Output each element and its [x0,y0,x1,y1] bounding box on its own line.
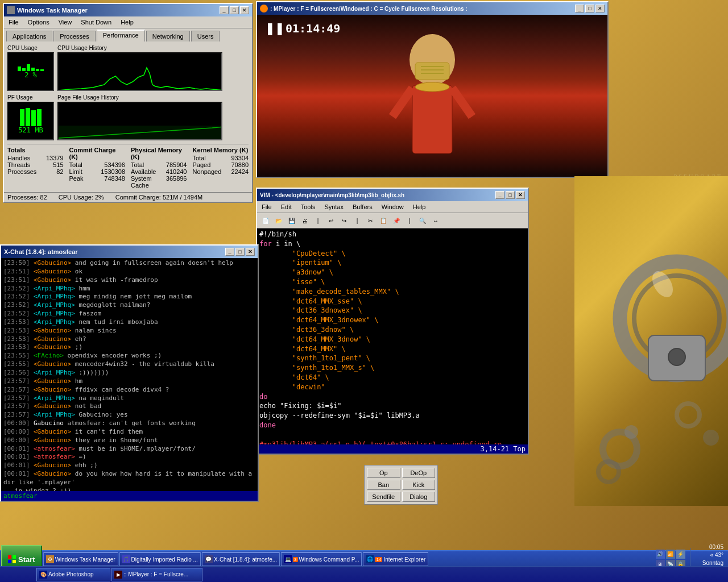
totals-panel: Totals Handles 13379 Threads 515 Process… [7,147,64,189]
taskbar-radio-label: Digitally Imported Radio ... [131,556,198,563]
vim-minimize[interactable]: _ [495,191,504,199]
vim-maximize[interactable]: □ [506,191,515,199]
taskbar-photoshop[interactable]: 🎨 Adobe Photoshop [36,568,110,581]
vim-tb-find[interactable]: 🔍 [416,214,429,227]
physical-total-row: Total 785904 [131,161,187,168]
taskbar-ie[interactable]: 🌐 14 Internet Explorer [363,552,428,566]
physical-syscache-label: System Cache [131,175,166,189]
irc-msg-4: [23:52] <Arpi_MPhq> hmm [3,285,255,293]
irc-dialog-button[interactable]: Dialog [402,492,436,502]
irc-maximize[interactable]: □ [235,248,245,256]
vim-menu-help[interactable]: Help [408,202,431,211]
irc-deop-button[interactable]: DeOp [402,468,436,478]
vim-tb-cut[interactable]: ✂ [364,214,377,227]
vim-tb-new[interactable]: 📄 [259,214,272,227]
maximize-button[interactable]: □ [230,6,239,14]
irc-minimize[interactable]: _ [225,248,234,256]
irc-msg-13: [23:55] <Gabucino> mencoder4win32 - the … [3,360,255,369]
taskbar-radio[interactable]: 🎵 Digitally Imported Radio ... [119,552,201,566]
taskbar-xchat[interactable]: 💬 X-Chat [1.8.4]: atmosfe... [202,552,280,566]
close-button[interactable]: ✕ [240,6,249,14]
menu-shutdown[interactable]: Shut Down [76,18,116,27]
physical-syscache-row: System Cache 365896 [131,175,187,189]
irc-msg-22: [00:00] <Gabucino> they are in $home/fon… [3,436,255,445]
performance-content: CPU Usage 2 % CPU Usage History [4,41,252,192]
menu-options[interactable]: Options [23,18,54,27]
irc-msg-26: [00:01] <Gabucino> do you know how hard … [3,470,255,487]
taskbar-task-manager-label: Windows Task Manager [55,556,115,563]
vim-tb-print[interactable]: 🖨 [299,214,311,227]
vim-tb-paste[interactable]: 📌 [390,214,403,227]
vim-tb-replace[interactable]: ↔ [429,214,442,227]
irc-close[interactable]: ✕ [246,248,255,256]
mplayer-minimize[interactable]: _ [575,5,584,13]
irc-ban-button[interactable]: Ban [367,480,400,490]
vim-line-9: "dct36_3dnowex" \ [259,306,526,315]
tab-processes[interactable]: Processes [53,31,95,41]
task-manager-statusbar: Processes: 82 CPU Usage: 2% Commit Charg… [4,192,252,202]
pf-bar-4 [37,109,42,126]
mplayer-titlebar-left: : MPlayer : F = Fullscreen/Windowed : C … [260,5,468,13]
irc-sendfile-button[interactable]: Sendfile [367,492,400,502]
commit-total-row: Total 534396 [69,161,126,168]
irc-op-button[interactable]: Op [367,468,400,478]
tab-applications[interactable]: Applications [6,31,52,41]
physical-available-value: 410240 [166,168,187,175]
vim-close[interactable]: ✕ [516,191,525,199]
vim-line-1: #!/bin/sh [259,230,526,239]
kernel-paged-value: 70880 [231,161,249,168]
tray-icon-3[interactable]: ⚡ [676,550,685,559]
vim-menu-buffers[interactable]: Buffers [348,202,377,211]
pf-history-panel: Page File Usage History [57,94,249,140]
mplayer-maximize[interactable]: □ [585,5,594,13]
cpu-history-panel: CPU Usage History [57,45,249,91]
vim-titlebar-buttons: _ □ ✕ [495,191,525,199]
svg-rect-3 [412,85,452,153]
svg-line-5 [452,88,472,117]
vim-tb-save[interactable]: 💾 [286,214,298,227]
mplayer-pause-icon[interactable]: ❚❚ [265,22,284,35]
kernel-nonpaged-value: 22424 [231,168,249,175]
menu-view[interactable]: View [54,18,77,27]
vim-menu-file[interactable]: File [257,202,276,211]
taskbar-mplayer-taskbar[interactable]: ▶ :: MPlayer : F = Fullscre... [111,568,202,581]
vim-tb-redo[interactable]: ↪ [338,214,350,227]
tab-performance[interactable]: Performance [97,30,145,41]
taskbar-mplayer-label: :: MPlayer : F = Fullscre... [123,571,188,577]
cpu-percentage: 2 % [24,71,37,79]
irc-kick-button[interactable]: Kick [402,480,436,490]
pf-bar-3 [31,110,36,126]
mplayer-time-display: 01:14:49 [286,22,340,35]
tab-networking[interactable]: Networking [146,31,190,41]
irc-msg-23: [00:01] <atmosfear> must be in $HOME/.mp… [3,445,255,454]
mplayer-close[interactable]: ✕ [595,5,605,13]
svg-point-18 [677,404,700,426]
kernel-nonpaged-row: Nonpaged 22424 [193,168,249,175]
vim-editor-content[interactable]: #!/bin/sh for i in \ "CpuDetect" \ "ipen… [257,228,528,444]
vim-menu-syntax[interactable]: Syntax [320,202,348,211]
vim-line-16: "dct64" \ [259,373,526,383]
xchat-taskbar-icon: 💬 [205,555,213,563]
status-cpu: CPU Usage: 2% [59,194,104,201]
vim-tb-copy[interactable]: 📋 [377,214,390,227]
svg-rect-0 [59,126,222,140]
taskbar-task-manager[interactable]: ⚙ Windows Task Manager [43,552,118,566]
tray-icon-1[interactable]: 🔊 [656,550,665,559]
vim-tb-open[interactable]: 📂 [272,214,285,227]
kernel-total-label: Total [193,155,206,161]
vim-menu-window[interactable]: Window [377,202,408,211]
pf-bars [20,108,42,126]
vim-tb-undo[interactable]: ↩ [325,214,337,227]
tab-users[interactable]: Users [191,31,220,41]
menu-help[interactable]: Help [116,18,138,27]
irc-msg-7: [23:52] <Arpi_MPhq> faszom [3,310,255,318]
cmd-taskbar-icon: 💻 [284,555,292,563]
vim-menu-edit[interactable]: Edit [276,202,296,211]
taskbar-ie-label: Internet Explorer [383,556,425,563]
tray-icon-2[interactable]: 📶 [666,550,675,559]
vim-menu-tools[interactable]: Tools [296,202,320,211]
minimize-button[interactable]: _ [220,6,229,14]
irc-msg-17: [23:57] <Arpi_MPhq> na megindult [3,394,255,403]
menu-file[interactable]: File [4,18,23,27]
taskbar-cmd[interactable]: 💻 3 Windows Command P... [281,552,362,566]
